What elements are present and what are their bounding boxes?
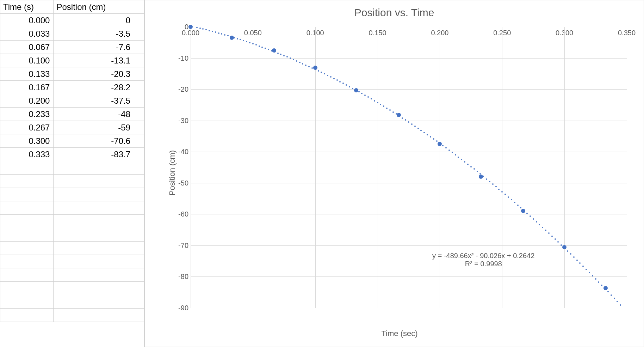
table-row-empty[interactable] — [0, 161, 144, 175]
cell-time[interactable]: 0.167 — [0, 81, 54, 94]
cell-time[interactable]: 0.267 — [0, 121, 54, 134]
cell-empty[interactable] — [54, 295, 134, 309]
cell-blank[interactable] — [134, 67, 144, 81]
cell-empty[interactable] — [54, 255, 134, 268]
cell-empty[interactable] — [54, 188, 134, 201]
data-point[interactable] — [479, 175, 483, 179]
cell-empty[interactable] — [54, 161, 134, 175]
data-point[interactable] — [521, 209, 525, 213]
cell-blank[interactable] — [134, 121, 144, 134]
cell-empty[interactable] — [134, 228, 144, 242]
table-row-empty[interactable] — [0, 295, 144, 309]
table-row[interactable]: 0.300-70.6 — [0, 134, 144, 148]
cell-time[interactable]: 0.100 — [0, 54, 54, 67]
cell-empty[interactable] — [0, 255, 54, 268]
cell-position[interactable]: -3.5 — [54, 27, 134, 41]
cell-position[interactable]: 0 — [54, 14, 134, 27]
cell-time[interactable]: 0.067 — [0, 41, 54, 54]
cell-empty[interactable] — [0, 188, 54, 201]
cell-blank[interactable] — [134, 81, 144, 94]
cell-time[interactable]: 0.033 — [0, 27, 54, 41]
data-point[interactable] — [562, 245, 566, 249]
cell-blank[interactable] — [134, 41, 144, 54]
table-row[interactable]: 0.033-3.5 — [0, 27, 144, 41]
cell-empty[interactable] — [0, 282, 54, 295]
table-row[interactable]: 0.200-37.5 — [0, 94, 144, 108]
table-row[interactable]: 0.133-20.3 — [0, 67, 144, 81]
cell-blank[interactable] — [134, 14, 144, 27]
table-row[interactable]: 0.167-28.2 — [0, 81, 144, 94]
cell-blank[interactable] — [134, 94, 144, 108]
data-point[interactable] — [272, 48, 276, 53]
cell-time[interactable]: 0.200 — [0, 94, 54, 108]
table-row-empty[interactable] — [0, 309, 144, 322]
cell-empty[interactable] — [134, 268, 144, 282]
cell-position[interactable]: -59 — [54, 121, 134, 134]
table-row-empty[interactable] — [0, 268, 144, 282]
cell-empty[interactable] — [0, 201, 54, 215]
cell-empty[interactable] — [134, 242, 144, 255]
chart-area[interactable]: Position vs. Time Position (cm) Time (se… — [144, 0, 644, 347]
cell-blank[interactable] — [134, 134, 144, 148]
cell-empty[interactable] — [134, 282, 144, 295]
table-row[interactable]: 0.233-48 — [0, 108, 144, 121]
col-header-blank[interactable] — [134, 0, 144, 14]
cell-empty[interactable] — [54, 268, 134, 282]
table-row-empty[interactable] — [0, 201, 144, 215]
table-row-empty[interactable] — [0, 242, 144, 255]
cell-empty[interactable] — [134, 295, 144, 309]
table-row-empty[interactable] — [0, 188, 144, 201]
cell-empty[interactable] — [0, 309, 54, 322]
cell-blank[interactable] — [134, 54, 144, 67]
cell-blank[interactable] — [134, 108, 144, 121]
data-point[interactable] — [603, 286, 608, 290]
data-point[interactable] — [397, 113, 401, 117]
cell-empty[interactable] — [0, 268, 54, 282]
cell-position[interactable]: -20.3 — [54, 67, 134, 81]
table-row-empty[interactable] — [0, 282, 144, 295]
table-row[interactable]: 0.267-59 — [0, 121, 144, 134]
cell-empty[interactable] — [0, 295, 54, 309]
cell-empty[interactable] — [54, 215, 134, 228]
table-row[interactable]: 0.100-13.1 — [0, 54, 144, 67]
table-row[interactable]: 0.067-7.6 — [0, 41, 144, 54]
cell-position[interactable]: -13.1 — [54, 54, 134, 67]
cell-empty[interactable] — [54, 201, 134, 215]
cell-empty[interactable] — [54, 309, 134, 322]
table-row-empty[interactable] — [0, 175, 144, 188]
cell-empty[interactable] — [54, 242, 134, 255]
data-point[interactable] — [313, 66, 317, 70]
cell-time[interactable]: 0.133 — [0, 67, 54, 81]
cell-blank[interactable] — [134, 27, 144, 41]
cell-empty[interactable] — [54, 282, 134, 295]
cell-empty[interactable] — [0, 175, 54, 188]
cell-empty[interactable] — [134, 201, 144, 215]
cell-position[interactable]: -7.6 — [54, 41, 134, 54]
col-header-position[interactable]: Position (cm) — [54, 0, 134, 14]
cell-empty[interactable] — [54, 228, 134, 242]
table-row-empty[interactable] — [0, 228, 144, 242]
cell-empty[interactable] — [134, 175, 144, 188]
cell-position[interactable]: -28.2 — [54, 81, 134, 94]
table-row-empty[interactable] — [0, 255, 144, 268]
data-point[interactable] — [354, 88, 358, 92]
cell-time[interactable]: 0.333 — [0, 148, 54, 161]
cell-position[interactable]: -48 — [54, 108, 134, 121]
cell-time[interactable]: 0.233 — [0, 108, 54, 121]
cell-empty[interactable] — [134, 215, 144, 228]
cell-blank[interactable] — [134, 148, 144, 161]
cell-time[interactable]: 0.300 — [0, 134, 54, 148]
cell-empty[interactable] — [134, 309, 144, 322]
data-point[interactable] — [188, 25, 193, 29]
cell-empty[interactable] — [0, 215, 54, 228]
cell-empty[interactable] — [134, 188, 144, 201]
cell-empty[interactable] — [0, 161, 54, 175]
col-header-time[interactable]: Time (s) — [0, 0, 54, 14]
cell-empty[interactable] — [54, 175, 134, 188]
cell-empty[interactable] — [0, 242, 54, 255]
cell-position[interactable]: -70.6 — [54, 134, 134, 148]
cell-position[interactable]: -83.7 — [54, 148, 134, 161]
cell-empty[interactable] — [134, 255, 144, 268]
cell-time[interactable]: 0.000 — [0, 14, 54, 27]
cell-empty[interactable] — [0, 228, 54, 242]
